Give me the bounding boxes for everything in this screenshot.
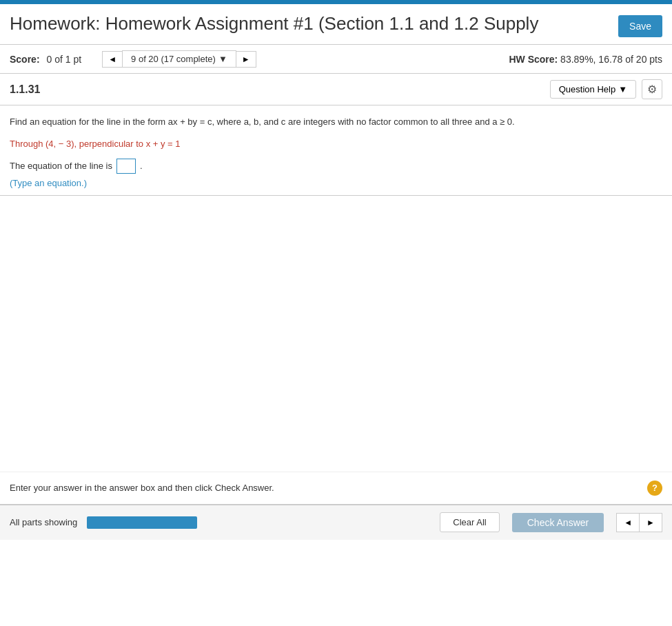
gear-icon[interactable]: ⚙ [642,79,662,99]
progress-bar [87,516,197,529]
question-help-button[interactable]: Question Help ▼ [550,80,636,99]
score-row: Score: 0 of 1 pt ◄ 9 of 20 (17 complete)… [0,45,672,74]
page-title: Homework: Homework Assignment #1 (Sectio… [10,12,538,35]
nav-current[interactable]: 9 of 20 (17 complete) ▼ [122,50,236,68]
type-hint: (Type an equation.) [10,178,662,188]
clear-all-button[interactable]: Clear All [440,512,499,532]
nav-dropdown-arrow: ▼ [218,54,227,64]
check-answer-button[interactable]: Check Answer [512,513,604,532]
question-help-dropdown-icon: ▼ [618,84,627,94]
main-area [0,196,672,472]
save-button[interactable]: Save [618,15,662,37]
question-help-label: Question Help [559,84,615,94]
answer-suffix: . [140,161,143,171]
bottom-instruction: Enter your answer in the answer box and … [0,472,672,504]
score-value: 0 of 1 pt [47,54,82,65]
footer-bar: All parts showing Clear All Check Answer… [0,504,672,540]
score-label: Score: [10,54,40,65]
nav-next-button[interactable]: ► [236,51,256,68]
footer-nav-next-button[interactable]: ► [639,513,662,532]
question-given: Through (4, − 3), perpendicular to x + y… [10,139,662,149]
nav-current-text: 9 of 20 (17 complete) [131,54,216,64]
hw-score-value: 83.89%, 16.78 of 20 pts [560,54,662,65]
help-button[interactable]: ? [647,481,662,496]
answer-input[interactable] [116,159,136,174]
question-instruction: Find an equation for the line in the for… [10,115,662,129]
footer-nav-prev-button[interactable]: ◄ [616,513,639,532]
question-number: 1.1.31 [10,83,40,96]
question-num-row: 1.1.31 Question Help ▼ ⚙ [0,74,672,105]
answer-prefix: The equation of the line is [10,161,112,171]
nav-prev-button[interactable]: ◄ [102,51,122,68]
question-help-area: Question Help ▼ ⚙ [550,79,662,99]
question-content: Find an equation for the line in the for… [0,105,672,196]
header: Homework: Homework Assignment #1 (Sectio… [0,4,672,45]
footer-nav-buttons: ◄ ► [616,513,662,532]
all-parts-label: All parts showing [10,517,77,527]
bottom-instruction-text: Enter your answer in the answer box and … [10,483,274,493]
hw-score-label: HW Score: [509,54,558,65]
question-nav: ◄ 9 of 20 (17 complete) ▼ ► [102,50,256,68]
hw-score: HW Score: 83.89%, 16.78 of 20 pts [509,54,662,65]
answer-row: The equation of the line is . [10,159,662,174]
